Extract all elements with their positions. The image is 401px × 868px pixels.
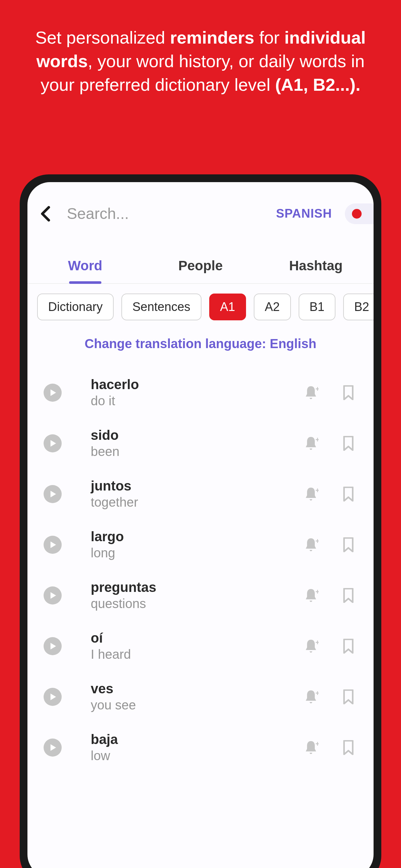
play-button[interactable] (43, 485, 62, 503)
filter-chip-a2[interactable]: A2 (254, 293, 290, 320)
svg-text:+: + (315, 537, 319, 545)
play-icon (50, 490, 57, 498)
filter-chip-b1[interactable]: B1 (299, 293, 335, 320)
bell-plus-icon: + (303, 740, 319, 755)
bookmark-icon (343, 537, 354, 552)
bookmark-icon (343, 689, 354, 704)
change-language-link[interactable]: Change translation language: English (27, 320, 374, 361)
word-text[interactable]: hacerlodo it (71, 377, 292, 408)
word-text[interactable]: preguntasquestions (71, 580, 292, 611)
reminder-button[interactable]: + (302, 485, 320, 503)
play-icon (50, 439, 57, 447)
word-text[interactable]: largolong (71, 529, 292, 560)
bell-plus-icon: + (303, 385, 319, 400)
bookmark-button[interactable] (339, 383, 358, 402)
reminder-button[interactable]: + (302, 383, 320, 402)
word-title: oí (91, 630, 292, 646)
word-translation: I heard (91, 647, 292, 662)
search-input[interactable] (57, 202, 270, 226)
back-button[interactable] (40, 206, 51, 222)
word-text[interactable]: oíI heard (71, 630, 292, 662)
phone-screen: SPANISH ★ WordPeopleHashtag DictionarySe… (27, 182, 374, 868)
word-title: juntos (91, 478, 292, 494)
play-button[interactable] (43, 586, 62, 604)
bell-plus-icon: + (303, 689, 319, 705)
reminder-button[interactable]: + (302, 536, 320, 554)
bookmark-button[interactable] (339, 688, 358, 706)
word-translation: been (91, 444, 292, 459)
chevron-left-icon (40, 206, 51, 221)
word-title: preguntas (91, 580, 292, 595)
play-icon (50, 642, 57, 650)
svg-text:+: + (315, 689, 319, 697)
word-row: bajalow+ (27, 722, 374, 773)
bookmark-button[interactable] (339, 536, 358, 554)
bell-plus-icon: + (303, 588, 319, 603)
word-title: hacerlo (91, 377, 292, 392)
word-translation: do it (91, 394, 292, 408)
word-translation: you see (91, 698, 292, 712)
reminder-button[interactable]: + (302, 586, 320, 604)
phone-frame: SPANISH ★ WordPeopleHashtag DictionarySe… (20, 175, 381, 868)
filter-chip-dictionary[interactable]: Dictionary (37, 293, 114, 320)
bookmark-button[interactable] (339, 739, 358, 756)
play-button[interactable] (43, 688, 62, 706)
svg-text:+: + (315, 385, 319, 393)
tab-hashtag[interactable]: Hashtag (258, 252, 374, 283)
word-row: hacerlodo it+ (27, 367, 374, 418)
play-button[interactable] (43, 434, 62, 453)
tabs: WordPeopleHashtag (27, 252, 374, 284)
svg-text:+: + (315, 486, 319, 494)
bookmark-button[interactable] (339, 485, 358, 503)
app-header: SPANISH ★ (27, 195, 374, 232)
bookmark-icon (343, 385, 354, 400)
play-icon (50, 592, 57, 599)
filter-chip-a1[interactable]: A1 (209, 293, 246, 320)
word-text[interactable]: bajalow (71, 732, 292, 763)
word-row: sidobeen+ (27, 418, 374, 469)
reminder-button[interactable]: + (302, 688, 320, 706)
word-text[interactable]: juntostogether (71, 478, 292, 509)
svg-text:+: + (315, 436, 319, 444)
play-button[interactable] (43, 739, 62, 756)
bookmark-icon (343, 639, 354, 654)
reminder-button[interactable]: + (302, 739, 320, 756)
word-translation: together (91, 495, 292, 509)
bell-plus-icon: + (303, 537, 319, 553)
svg-text:+: + (315, 639, 319, 647)
play-icon (50, 693, 57, 701)
word-row: preguntasquestions+ (27, 570, 374, 621)
svg-text:+: + (315, 740, 319, 748)
reminder-button[interactable]: + (302, 637, 320, 655)
bookmark-icon (343, 740, 354, 755)
word-translation: low (91, 748, 292, 763)
word-row: vesyou see+ (27, 671, 374, 722)
play-button[interactable] (43, 383, 62, 402)
filter-chips: DictionarySentencesA1A2B1B2 (27, 284, 374, 320)
filter-chip-sentences[interactable]: Sentences (121, 293, 202, 320)
play-button[interactable] (43, 536, 62, 554)
word-text[interactable]: vesyou see (71, 681, 292, 712)
play-button[interactable] (43, 637, 62, 655)
filter-chip-b2[interactable]: B2 (343, 293, 374, 320)
language-label[interactable]: SPANISH (276, 207, 332, 221)
word-title: sido (91, 428, 292, 443)
word-translation: questions (91, 596, 292, 611)
play-icon (50, 541, 57, 549)
tab-people[interactable]: People (143, 252, 258, 283)
promo-text: Set personalized reminders for individua… (0, 0, 401, 97)
word-row: oíI heard+ (27, 621, 374, 671)
word-row: juntostogether+ (27, 469, 374, 519)
word-text[interactable]: sidobeen (71, 428, 292, 459)
bookmark-icon (343, 487, 354, 501)
favorite-toggle[interactable]: ★ (345, 204, 374, 224)
word-row: largolong+ (27, 519, 374, 570)
record-dot-icon (352, 209, 362, 219)
word-title: ves (91, 681, 292, 696)
bookmark-button[interactable] (339, 434, 358, 453)
tab-word[interactable]: Word (27, 252, 143, 283)
reminder-button[interactable]: + (302, 434, 320, 453)
bookmark-button[interactable] (339, 586, 358, 604)
bookmark-button[interactable] (339, 637, 358, 655)
bookmark-icon (343, 588, 354, 603)
